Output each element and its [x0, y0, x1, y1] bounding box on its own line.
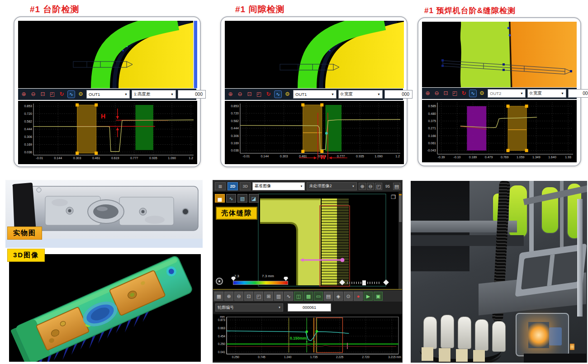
svg-text:0.169: 0.169 [231, 142, 239, 145]
zoom-fit-icon[interactable]: ◰ [254, 292, 263, 301]
zoom-out-icon[interactable]: ⊖ [433, 90, 441, 97]
svg-text:0.480: 0.480 [428, 112, 436, 115]
position-handle[interactable] [362, 280, 366, 285]
svg-text:0.582: 0.582 [231, 119, 239, 123]
pan-icon[interactable]: ⊞ [264, 292, 273, 301]
base-image-select[interactable]: 基准图像 [252, 182, 305, 190]
svg-text:1.059: 1.059 [517, 156, 525, 159]
step-out-select[interactable]: OUT1 [86, 90, 130, 99]
zoom-out-icon[interactable]: ⊖ [236, 90, 244, 98]
grid-icon[interactable]: ▥ [274, 292, 283, 301]
step-value-box[interactable]: 000 [178, 90, 206, 99]
prewelder-mode-select[interactable]: 0:宽度 [527, 89, 566, 98]
zoom-in-icon[interactable]: ⊕ [20, 90, 28, 98]
zoom-out-icon[interactable]: ⊖ [367, 183, 374, 190]
profile-icon[interactable]: ∿ [284, 292, 293, 301]
refresh-icon[interactable]: ↻ [265, 90, 272, 98]
zoom-area-icon[interactable]: ⊡ [244, 292, 253, 301]
select-icon[interactable]: ▦ [214, 292, 223, 301]
zoom-out-icon[interactable]: ⊖ [29, 90, 37, 98]
profile-number-label: 轮廓编号 [218, 305, 234, 311]
svg-text:0.461: 0.461 [92, 156, 100, 160]
svg-text:0.479: 0.479 [485, 156, 493, 159]
svg-text:0.250: 0.250 [232, 355, 240, 359]
actuator [423, 317, 437, 349]
svg-text:2.720: 2.720 [362, 355, 370, 359]
svg-text:0.745: 0.745 [258, 355, 266, 359]
profile-graph-icon[interactable]: ∿ [67, 90, 75, 98]
profile-graph-icon[interactable]: ∿ [469, 90, 477, 97]
palette-icon[interactable]: ⚙ [478, 90, 486, 97]
viewport-scrollbar[interactable] [398, 192, 402, 289]
zoom-in-icon[interactable]: ⊕ [227, 90, 234, 98]
zoom-fit-icon[interactable]: ◰ [255, 90, 263, 98]
gap-out-select[interactable]: OUT1 [293, 90, 337, 99]
svg-text:0.461: 0.461 [299, 155, 307, 158]
record-icon[interactable]: ● [354, 292, 363, 301]
svg-text:0.306: 0.306 [231, 134, 239, 137]
svg-text:▲: ▲ [313, 340, 316, 343]
step-heightmap [18, 21, 197, 88]
prewelder-panel: ⊕⊖⊡◰↻∿⚙ OUT2 0:宽度 000 0.5850.4800.3750.2… [417, 17, 581, 166]
processed-image-select[interactable]: 未处理图像2 [307, 182, 357, 190]
gap-value-box[interactable]: 000 [384, 90, 413, 99]
zoom-fit-icon[interactable]: ◰ [48, 90, 56, 98]
photo-backdrop-strip [5, 239, 203, 248]
color-mode-icon[interactable] [216, 278, 223, 285]
svg-text:0.444: 0.444 [24, 128, 32, 131]
color-scale-icon[interactable]: ▧ [237, 194, 247, 203]
zoom-in-icon[interactable]: ⊕ [424, 90, 432, 97]
palette-icon[interactable]: ⚙ [77, 90, 85, 98]
view-mode-icons: ▅∿▧◪ [215, 194, 259, 203]
mask-icon[interactable]: ▩ [304, 292, 313, 301]
svg-text:0.935: 0.935 [149, 156, 157, 160]
scale-handle-low[interactable] [231, 277, 236, 281]
profile-number-value[interactable]: 000061 [288, 303, 331, 312]
color-scale-bar[interactable] [233, 281, 288, 285]
prewelder-heightmap [422, 22, 577, 87]
export-icon[interactable]: ▶ [364, 292, 373, 301]
zoom-in-icon[interactable]: ⊕ [224, 292, 233, 301]
layers-icon[interactable]: ▤ [324, 292, 333, 301]
zoom-fit-icon[interactable]: ◰ [375, 183, 382, 190]
step-mode-select[interactable]: 1:高度差 [132, 90, 176, 99]
export-icon[interactable]: ▤ [393, 183, 400, 190]
shell-gap-label: 壳体缝隙 [216, 207, 257, 220]
gap-mode-select[interactable]: 0:宽度 [338, 90, 383, 99]
refresh-icon[interactable]: ↻ [460, 90, 468, 97]
profile-graph-icon[interactable]: ∿ [274, 90, 282, 98]
zoom-in-icon[interactable]: ⊕ [359, 183, 366, 190]
stamp-icon[interactable]: ◪ [249, 194, 259, 203]
zoom-area-icon[interactable]: ⊡ [246, 90, 253, 98]
tab-3d[interactable]: 3D [240, 182, 251, 190]
zoom-out-icon[interactable]: ⊖ [234, 292, 243, 301]
prewelder-out-value: OUT2 [490, 91, 501, 96]
tab-2d[interactable]: 2D [228, 182, 238, 190]
refresh-icon[interactable]: ↻ [58, 90, 66, 98]
actuator-base [439, 348, 450, 362]
marker-icon[interactable]: ◈ [334, 292, 343, 301]
report-icon[interactable]: ▣ [374, 292, 383, 301]
scrollbar-thumb[interactable] [399, 194, 402, 222]
zoom-fit-icon[interactable]: ◰ [451, 90, 459, 97]
prewelder-value-box[interactable]: 000 [568, 89, 588, 98]
zoom-area-icon[interactable]: ⊡ [442, 90, 450, 97]
compare-icon[interactable]: ◫ [294, 292, 303, 301]
gap-measure-chart: 0.8730.6630.4540.2500.0410.2500.7451.240… [213, 314, 402, 361]
profile-graph-icon[interactable]: ∿ [226, 194, 236, 203]
prewelder-out-select[interactable]: OUT2 [488, 89, 526, 98]
view-grid-icon[interactable]: ▦ [215, 182, 226, 190]
palette-icon[interactable]: ⚙ [284, 90, 291, 98]
gap-toolbar: ⊕⊖⊡◰↻∿⚙ OUT1 0:宽度 000 [225, 89, 403, 100]
svg-text:0.444: 0.444 [231, 127, 239, 130]
target-icon[interactable]: ⊙ [344, 292, 353, 301]
svg-text:0.454: 0.454 [218, 335, 226, 338]
side-post [577, 199, 583, 317]
zoom-area-icon[interactable]: ⊡ [39, 90, 47, 98]
roi-icon[interactable]: ▭ [314, 292, 323, 301]
profile-number-select[interactable]: 轮廓编号 [215, 303, 283, 312]
height-map-icon[interactable]: ▅ [215, 194, 225, 203]
fullscreen-icon[interactable]: ❐ [391, 194, 396, 200]
step-out-value: OUT1 [89, 92, 100, 97]
inspector-viewport: ▅∿▧◪ 壳体缝隙 ❐ [213, 192, 402, 290]
